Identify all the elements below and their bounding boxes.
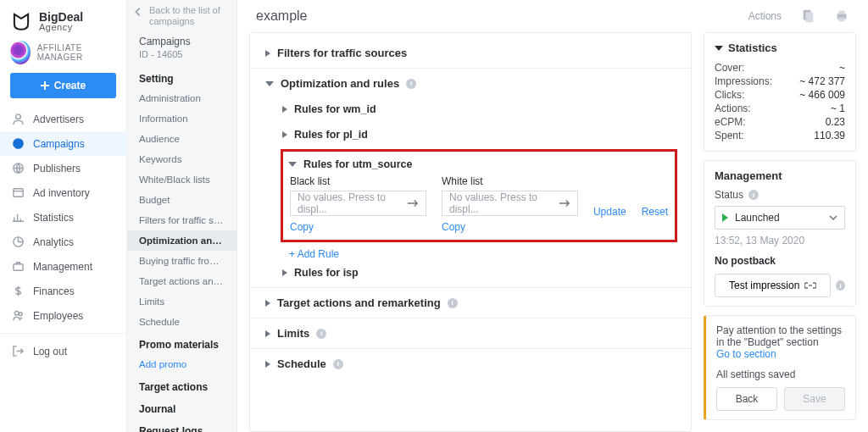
nav-advertisers[interactable]: Advertisers [0, 107, 126, 131]
svg-point-0 [16, 114, 21, 119]
svg-rect-10 [805, 13, 813, 23]
white-list-copy[interactable]: Copy [442, 221, 465, 233]
statistics-title: Statistics [728, 42, 777, 54]
black-list-input[interactable]: No values. Press to displ... [290, 191, 426, 216]
caret-down-icon [265, 81, 274, 86]
reset-link[interactable]: Reset [642, 191, 668, 218]
dollar-icon [12, 285, 25, 297]
caret-down-icon [715, 46, 723, 51]
create-button[interactable]: Create [10, 73, 116, 98]
caret-right-icon [265, 361, 270, 368]
nav-analytics[interactable]: Analytics [0, 230, 126, 254]
print-icon[interactable] [834, 8, 849, 24]
pie-icon [12, 235, 25, 248]
status-select[interactable]: Launched [715, 206, 845, 230]
add-rule-link[interactable]: + Add Rule [267, 246, 361, 265]
management-card: Management Statusi Launched 13:52, 13 Ma… [704, 160, 856, 307]
user-role: AFFILIATE MANAGER [37, 43, 116, 62]
acc-filters[interactable]: Filters for traffic sources [250, 40, 691, 66]
subnav-buying-traffic[interactable]: Buying traffic from S... [127, 251, 236, 271]
back-button[interactable]: Back [716, 387, 777, 411]
subnav-information[interactable]: Information [127, 108, 236, 129]
update-link[interactable]: Update [593, 191, 626, 218]
subnav-request-logs-section: Request logs [127, 418, 236, 432]
subnav-white-black-lists[interactable]: White/Black lists [127, 169, 236, 190]
brand-sub: Agency [39, 23, 83, 32]
right-column: Statistics Cover:~ Impressions:~ 472 377… [704, 32, 856, 432]
brand-logo-icon [10, 10, 32, 32]
secondary-sidebar: Back to the list of campaigns Campaigns … [127, 0, 237, 432]
svg-rect-4 [14, 189, 23, 197]
layers-icon [12, 186, 25, 199]
status-label: Status [715, 189, 743, 201]
svg-rect-6 [14, 264, 23, 271]
subnav-add-promo[interactable]: Add promo [127, 354, 236, 374]
caret-right-icon [265, 330, 270, 337]
info-icon: i [748, 190, 759, 200]
nav-ad-inventory[interactable]: Ad inventory [0, 180, 126, 205]
subnav-keywords[interactable]: Keywords [127, 149, 236, 169]
target-icon [12, 137, 25, 150]
nav-employees[interactable]: Employees [0, 303, 126, 328]
actions-dropdown[interactable]: Actions [748, 10, 782, 22]
go-to-section-link[interactable]: Go to section [716, 348, 776, 360]
acc-target[interactable]: Target actions and remarketingi [250, 290, 691, 316]
caret-right-icon [282, 269, 287, 276]
chevron-down-icon [829, 213, 837, 222]
user-block: AFFILIATE MANAGER [0, 39, 126, 73]
caret-right-icon [265, 300, 270, 307]
statistics-card: Statistics Cover:~ Impressions:~ 472 377… [704, 32, 856, 152]
white-list-input[interactable]: No values. Press to displ... [442, 191, 578, 216]
subnav-optimization[interactable]: Optimization and rules [127, 230, 236, 251]
arrow-right-icon [559, 199, 570, 208]
acc-schedule[interactable]: Schedulei [250, 351, 691, 377]
copy-icon[interactable] [800, 8, 815, 24]
subnav-audience[interactable]: Audience [127, 129, 236, 149]
avatar [10, 41, 31, 64]
left-sidebar: BigDeal Agency AFFILIATE MANAGER Create … [0, 0, 127, 432]
highlighted-rules-utm: Rules for utm_source Black list No value… [281, 149, 677, 242]
nav-statistics[interactable]: Statistics [0, 205, 126, 230]
subnav-filters[interactable]: Filters for traffic sou... [127, 210, 236, 230]
subnav-promo-section: Promo materials [127, 332, 236, 354]
caret-right-icon [282, 106, 287, 113]
nav-list: Advertisers Campaigns Publishers Ad inve… [0, 107, 126, 328]
people-icon [12, 309, 25, 322]
main-area: example Actions Filters for traffic sour… [237, 0, 868, 432]
black-list-label: Black list [290, 175, 426, 187]
acc-rules-pl[interactable]: Rules for pl_id [267, 122, 691, 147]
info-icon: i [316, 329, 326, 339]
saved-label: All settings saved [716, 368, 845, 380]
brand: BigDeal Agency [0, 0, 126, 39]
subnav-budget[interactable]: Budget [127, 190, 236, 210]
nav-logout[interactable]: Log out [0, 339, 126, 363]
status-timestamp: 13:52, 13 May 2020 [715, 235, 845, 246]
subnav-target-actions[interactable]: Target actions and re... [127, 271, 236, 291]
svg-point-7 [14, 311, 19, 315]
arrow-right-icon [407, 199, 419, 208]
subnav-journal-section: Journal [127, 396, 236, 418]
acc-rules-utm[interactable]: Rules for utm_source [283, 155, 675, 174]
test-impression-button[interactable]: Test impression [715, 274, 831, 297]
svg-rect-12 [838, 11, 844, 14]
subnav-administration[interactable]: Administration [127, 88, 236, 108]
nav-publishers[interactable]: Publishers [0, 156, 126, 180]
svg-point-8 [19, 313, 22, 316]
subnav-limits[interactable]: Limits [127, 291, 236, 312]
acc-optimization[interactable]: Optimization and rulesi [250, 70, 691, 97]
subnav-schedule[interactable]: Schedule [127, 312, 236, 332]
play-icon [722, 213, 728, 222]
acc-rules-wm[interactable]: Rules for wm_id [267, 97, 691, 122]
caret-down-icon [288, 162, 297, 167]
subnav-id: ID - 14605 [127, 49, 236, 66]
nav-management[interactable]: Management [0, 254, 126, 279]
acc-limits[interactable]: Limitsi [250, 320, 691, 346]
nav-finances[interactable]: Finances [0, 279, 126, 303]
black-list-copy[interactable]: Copy [290, 221, 314, 233]
nav-campaigns[interactable]: Campaigns [0, 131, 126, 156]
page-header: example Actions [237, 0, 868, 29]
logout-icon [12, 345, 25, 357]
back-link[interactable]: Back to the list of campaigns [127, 5, 236, 34]
brand-name: BigDeal [39, 11, 83, 23]
info-icon: i [836, 280, 845, 291]
